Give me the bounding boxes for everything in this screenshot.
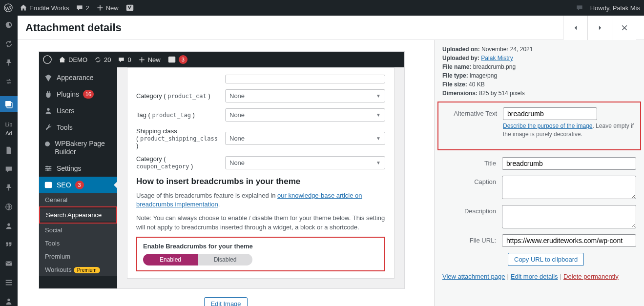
inner-yoast: 3 — [167, 55, 187, 64]
toggle-disabled: Disabled — [198, 254, 252, 265]
quote-icon[interactable] — [4, 240, 14, 249]
svg-point-18 — [46, 165, 48, 167]
attachment-image-preview: DEMO 20 0 New 3 Appearance Plugins16 Use… — [39, 52, 404, 288]
title-input[interactable] — [502, 157, 636, 170]
meta-uploaded-by: Uploaded by: Palak Mistry — [442, 55, 636, 61]
inner-submenu-premium: Premium — [39, 250, 117, 263]
yoast-icon[interactable] — [125, 3, 134, 12]
svg-point-11 — [43, 56, 51, 63]
breadcrumbs-toggle: Enabled Disabled — [143, 254, 252, 265]
outer-admin-sidebar: Lib Ad — [0, 16, 18, 306]
edit-more-details-link[interactable]: Edit more details — [511, 273, 558, 280]
pin-icon[interactable] — [4, 58, 14, 67]
inner-menu-wpbakery: WPBakery Page Builder — [39, 136, 117, 160]
inner-site-link: DEMO — [59, 56, 87, 63]
svg-rect-9 — [6, 284, 12, 285]
attachment-preview-pane: DEMO 20 0 New 3 Appearance Plugins16 Use… — [18, 40, 434, 306]
modal-nav — [563, 16, 636, 40]
inner-menu-appearance: Appearance — [39, 69, 117, 86]
alt-text-highlight-box: Alternative Text Describe the purpose of… — [437, 102, 641, 150]
category-coupon-select: None▼ — [225, 156, 385, 169]
category-product-select: None▼ — [225, 89, 385, 102]
inner-menu-plugins: Plugins16 — [39, 86, 117, 102]
alt-text-help: Describe the purpose of the image. Leave… — [503, 122, 635, 139]
svg-point-10 — [7, 298, 10, 301]
prev-button[interactable] — [563, 16, 587, 40]
view-attachment-link[interactable]: View attachment page — [442, 273, 505, 280]
mail-icon[interactable] — [4, 259, 14, 268]
sidebar-label-ad: Ad — [5, 130, 12, 136]
alt-text-label: Alternative Text — [443, 107, 503, 117]
edit-image-button[interactable]: Edit Image — [204, 297, 247, 306]
delete-permanently-link[interactable]: Delete permanently — [563, 273, 619, 280]
site-name: Erudite Works — [29, 4, 69, 12]
inner-submenu-general: General — [39, 193, 117, 206]
inner-admin-bar: DEMO 20 0 New 3 — [39, 52, 404, 67]
inner-submenu-highlight-box: Search Appearance — [39, 206, 117, 224]
copy-url-button[interactable]: Copy URL to clipboard — [508, 253, 584, 266]
next-button[interactable] — [587, 16, 612, 40]
inner-admin-sidebar: Appearance Plugins16 Users Tools WPBaker… — [39, 67, 117, 288]
close-button[interactable] — [612, 16, 636, 40]
caption-textarea[interactable] — [502, 176, 636, 199]
notifications-icon[interactable] — [576, 4, 583, 12]
svg-rect-12 — [168, 57, 175, 63]
inner-wp-logo-icon — [43, 55, 52, 64]
svg-rect-8 — [6, 282, 12, 283]
premium-badge: Premium — [74, 267, 100, 273]
inner-new: New — [138, 56, 161, 63]
inner-submenu-workouts: WorkoutsPremium — [39, 263, 117, 276]
inner-menu-seo: SEO3 — [39, 177, 117, 193]
meta-file-size: File size: 40 KB — [442, 81, 636, 88]
attachment-details-pane: Uploaded on: November 24, 2021 Uploaded … — [434, 40, 644, 306]
description-textarea[interactable] — [502, 205, 636, 228]
shipping-class-select: None▼ — [225, 132, 385, 145]
svg-point-19 — [49, 167, 51, 169]
new-content-link[interactable]: New — [96, 4, 119, 12]
uploaded-by-link[interactable]: Palak Mistry — [481, 55, 513, 61]
inner-menu-settings: Settings — [39, 160, 117, 177]
alt-help-link[interactable]: Describe the purpose of the image — [503, 122, 592, 129]
breadcrumbs-para2: Note: You can always choose to enable / … — [136, 214, 385, 231]
inner-updates: 20 — [94, 56, 111, 63]
inner-settings-panel: Category ( product_cat ) None▼ Tag ( pro… — [127, 67, 395, 279]
breadcrumbs-para1: Usage of this breadcrumbs feature is exp… — [136, 191, 385, 209]
inner-submenu-search-appearance: Search Appearance — [40, 208, 116, 222]
site-home-link[interactable]: Erudite Works — [20, 4, 69, 12]
comments-icon[interactable] — [4, 164, 14, 174]
svg-point-5 — [7, 223, 10, 225]
file-url-input[interactable] — [502, 234, 636, 247]
shipping-class-label: Shipping class( product_shipping_class ) — [136, 127, 219, 149]
breadcrumbs-heading: How to insert breadcrumbs in your theme — [136, 177, 385, 186]
user-icon[interactable] — [4, 221, 14, 230]
svg-point-14 — [45, 142, 50, 146]
media-icon[interactable] — [0, 96, 18, 112]
svg-rect-6 — [6, 262, 12, 266]
inner-submenu-social: Social — [39, 224, 117, 237]
category-product-label: Category ( product_cat ) — [136, 92, 219, 100]
updates-icon[interactable] — [4, 40, 14, 49]
globe-icon[interactable] — [4, 203, 14, 212]
sidebar-label-lib: Lib — [5, 122, 13, 127]
title-label: Title — [442, 157, 502, 167]
comments-link[interactable]: 2 — [76, 4, 89, 12]
dashboard-icon[interactable] — [4, 20, 14, 30]
pin2-icon[interactable] — [4, 184, 14, 193]
inner-menu-users: Users — [39, 102, 117, 119]
wp-logo-icon[interactable] — [4, 3, 13, 12]
description-label: Description — [442, 205, 502, 215]
inner-comments: 0 — [118, 56, 131, 63]
modal-header: Attachment details — [18, 16, 644, 40]
attachment-details-modal: Attachment details DEMO 20 0 New 3 — [18, 16, 644, 306]
list-icon[interactable] — [4, 278, 14, 287]
category-coupon-label: Category ( coupon_category ) — [136, 155, 219, 170]
breadcrumbs-enable-box: Enable Breadcrumbs for your theme Enable… — [136, 237, 385, 271]
select-top — [225, 75, 385, 83]
howdy-account[interactable]: Howdy, Palak Mis — [590, 4, 640, 12]
alt-text-input[interactable] — [503, 107, 597, 120]
pages-icon[interactable] — [4, 146, 14, 155]
svg-rect-7 — [6, 280, 12, 281]
retweet-icon[interactable] — [4, 77, 14, 86]
person-icon[interactable] — [4, 297, 14, 306]
modal-title: Attachment details — [25, 21, 122, 34]
